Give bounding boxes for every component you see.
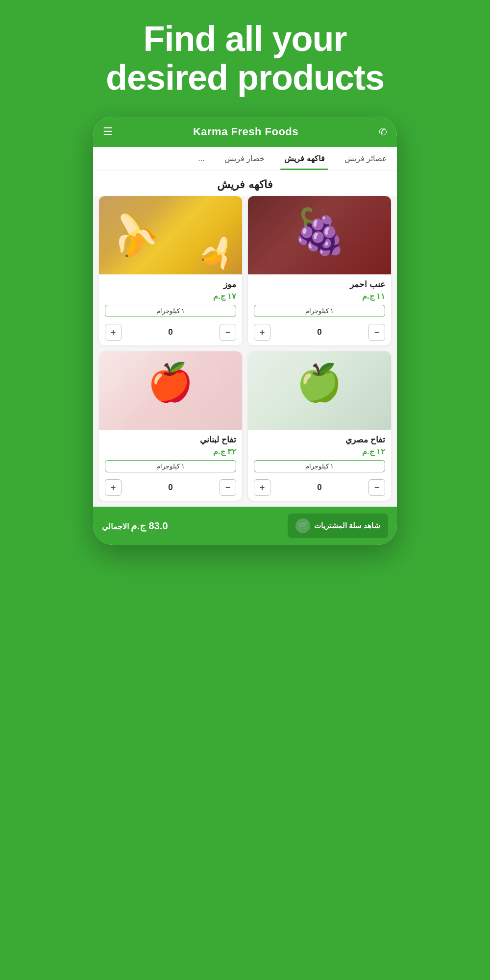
menu-icon[interactable]: ☰ — [103, 125, 113, 138]
hero-line1: Find all your — [143, 19, 346, 58]
hero-text: Find all your desired products — [0, 0, 490, 112]
product-name-banana: موز — [105, 279, 236, 290]
qty-decrease-apple-eg[interactable]: − — [368, 479, 385, 496]
product-name-apple-eg: تفاح مصري — [254, 435, 385, 445]
tab-other[interactable]: ... — [188, 147, 214, 170]
qty-value-grapes: 0 — [312, 327, 327, 337]
product-card-apple-lb: تفاح لبناني ٣٢ ج.م ١ كيلوجرام − 0 + — [99, 351, 242, 501]
product-unit-apple-lb: ١ كيلوجرام — [105, 460, 236, 472]
total-label: الاجمالي — [102, 522, 129, 531]
app-title: Karma Fresh Foods — [193, 125, 298, 138]
cart-icon: 🛒 — [295, 518, 310, 533]
qty-value-apple-lb: 0 — [163, 483, 178, 492]
quantity-control-grapes: − 0 + — [254, 324, 385, 341]
phone-icon[interactable]: ✆ — [379, 126, 387, 138]
product-price-apple-eg: ١٢ ج.م — [254, 447, 385, 456]
product-unit-apple-eg: ١ كيلوجرام — [254, 460, 385, 472]
quantity-control-apple-lb: − 0 + — [105, 479, 236, 496]
product-name-grapes: عنب احمر — [254, 279, 385, 290]
quantity-control-apple-eg: − 0 + — [254, 479, 385, 496]
section-title: فاكهه فريش — [93, 171, 397, 196]
total-amount: 83.0 ج.م — [131, 520, 168, 531]
product-image-grapes — [248, 196, 391, 274]
product-name-apple-lb: تفاح لبناني — [105, 435, 236, 445]
bottom-bar: شاهد سلة المشتريات 🛒 83.0 ج.م الاجمالي — [93, 507, 397, 545]
view-cart-button[interactable]: شاهد سلة المشتريات 🛒 — [288, 514, 388, 538]
qty-increase-grapes[interactable]: + — [254, 324, 270, 341]
product-price-banana: ١٧ ج.م — [105, 292, 236, 301]
product-price-grapes: ١١ ج.م — [254, 292, 385, 301]
qty-decrease-apple-lb[interactable]: − — [220, 479, 236, 496]
phone-frame: ☰ Karma Fresh Foods ✆ عصائر فريش فاكهه ف… — [93, 117, 397, 545]
product-image-apple-lb — [99, 351, 242, 430]
product-unit-banana: ١ كيلوجرام — [105, 305, 236, 317]
product-card-grapes: عنب احمر ١١ ج.م ١ كيلوجرام − 0 + — [248, 196, 391, 345]
tab-juices[interactable]: عصائر فريش — [335, 147, 397, 170]
product-info-apple-eg: تفاح مصري ١٢ ج.م ١ كيلوجرام − 0 + — [248, 430, 391, 501]
hero-line2: desired products — [106, 58, 384, 97]
product-image-banana — [99, 196, 242, 274]
product-image-apple-eg — [248, 351, 391, 430]
qty-decrease-banana[interactable]: − — [220, 324, 236, 341]
qty-value-banana: 0 — [163, 327, 178, 337]
product-unit-grapes: ١ كيلوجرام — [254, 305, 385, 317]
qty-value-apple-eg: 0 — [312, 483, 327, 492]
phone-wrapper: ☰ Karma Fresh Foods ✆ عصائر فريش فاكهه ف… — [0, 112, 490, 545]
quantity-control-banana: − 0 + — [105, 324, 236, 341]
app-header: ☰ Karma Fresh Foods ✆ — [93, 117, 397, 147]
product-info-banana: موز ١٧ ج.م ١ كيلوجرام − 0 + — [99, 274, 242, 345]
qty-increase-banana[interactable]: + — [105, 324, 122, 341]
qty-increase-apple-eg[interactable]: + — [254, 479, 270, 496]
tab-veggies[interactable]: خضار فريش — [215, 147, 274, 170]
cart-button-label: شاهد سلة المشتريات — [314, 521, 380, 530]
qty-increase-apple-lb[interactable]: + — [105, 479, 122, 496]
tabs-container: عصائر فريش فاكهه فريش خضار فريش ... — [93, 147, 397, 171]
total-display: 83.0 ج.م الاجمالي — [102, 520, 168, 532]
product-info-grapes: عنب احمر ١١ ج.م ١ كيلوجرام − 0 + — [248, 274, 391, 345]
product-card-banana: موز ١٧ ج.م ١ كيلوجرام − 0 + — [99, 196, 242, 345]
tab-fruits[interactable]: فاكهه فريش — [274, 147, 334, 170]
product-info-apple-lb: تفاح لبناني ٣٢ ج.م ١ كيلوجرام − 0 + — [99, 430, 242, 501]
product-card-apple-eg: تفاح مصري ١٢ ج.م ١ كيلوجرام − 0 + — [248, 351, 391, 501]
products-grid: موز ١٧ ج.م ١ كيلوجرام − 0 + عنب احمر ١١ … — [93, 196, 397, 507]
product-price-apple-lb: ٣٢ ج.م — [105, 447, 236, 456]
qty-decrease-grapes[interactable]: − — [368, 324, 385, 341]
